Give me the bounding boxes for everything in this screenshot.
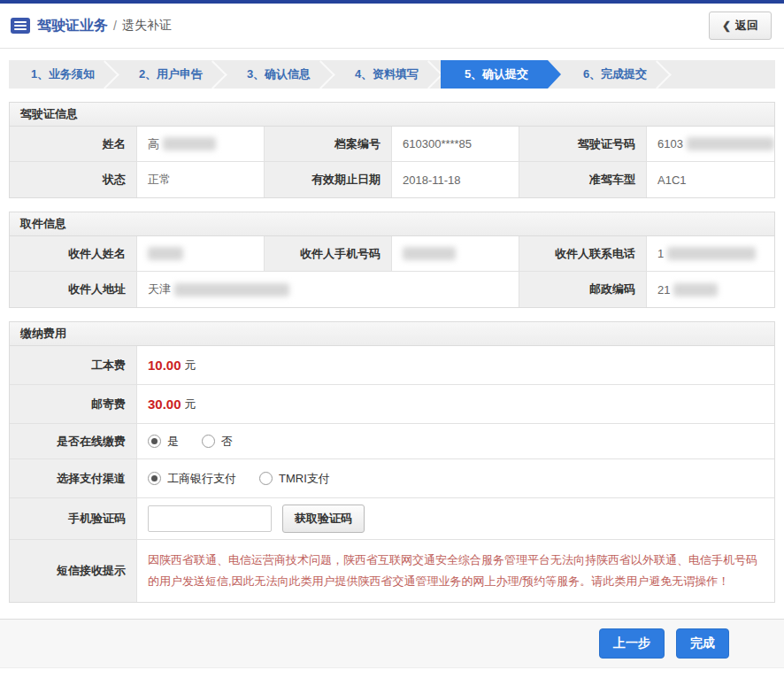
- redaction-blur: [667, 247, 756, 260]
- sms-notice-text: 因陕西省联通、电信运营商技术问题，陕西省互联网交通安全综合服务管理平台无法向持陕…: [148, 541, 774, 601]
- license-section-title: 驾驶证信息: [10, 103, 774, 127]
- postcode-value: 21: [647, 272, 774, 307]
- step-wizard: 1、业务须知 2、用户申告 3、确认信息 4、资料填写 5、确认提交 6、完成提…: [9, 60, 775, 89]
- redaction-blur: [174, 283, 289, 297]
- previous-step-button[interactable]: 上一步: [599, 628, 665, 659]
- online-pay-no-radio[interactable]: 否: [202, 434, 233, 450]
- online-pay-no-label: 否: [221, 434, 233, 450]
- recipient-name-label: 收件人姓名: [10, 236, 137, 272]
- back-chevron-icon: ❮: [722, 19, 731, 32]
- action-footer: 上一步 完成: [0, 619, 784, 668]
- step-1-business-notice[interactable]: 1、业务须知: [9, 60, 117, 89]
- expiry-value: 2018-11-18: [392, 162, 519, 197]
- pay-channel-icbc-radio[interactable]: 工商银行支付: [148, 471, 236, 487]
- address-value: 天津: [137, 272, 519, 307]
- step-4-fill-materials[interactable]: 4、资料填写: [333, 60, 441, 89]
- license-no-value: 6103: [647, 127, 774, 162]
- postage-fee-value: 30.00元: [137, 385, 774, 424]
- recipient-mobile-label: 收件人手机号码: [265, 236, 392, 272]
- radio-dot-icon: [148, 472, 161, 485]
- license-menu-icon: [11, 18, 30, 34]
- online-pay-options: 是 否: [137, 424, 774, 459]
- file-no-label: 档案编号: [265, 127, 392, 162]
- back-button-label: 返回: [735, 18, 758, 34]
- breadcrumb-separator: /: [113, 19, 117, 33]
- postage-fee-amount: 30.00: [148, 397, 181, 412]
- license-info-section: 驾驶证信息 姓名 高 档案编号 610300****85 驾驶证号码 6103 …: [9, 102, 775, 198]
- status-value: 正常: [137, 162, 265, 197]
- pay-channel-options: 工商银行支付 TMRI支付: [137, 459, 774, 498]
- recipient-name-value: [137, 236, 265, 272]
- pay-channel-label: 选择支付渠道: [10, 459, 137, 498]
- online-pay-label: 是否在线缴费: [10, 424, 137, 459]
- postcode-label: 邮政编码: [519, 272, 647, 307]
- postage-fee-unit: 元: [185, 397, 196, 412]
- vehicle-class-label: 准驾车型: [519, 162, 647, 197]
- pay-channel-icbc-label: 工商银行支付: [167, 471, 236, 487]
- fees-section: 缴纳费用 工本费 10.00元 邮寄费 30.00元 是否在线缴费 是 否: [9, 321, 775, 603]
- main-content: 1、业务须知 2、用户申告 3、确认信息 4、资料填写 5、确认提交 6、完成提…: [0, 60, 784, 603]
- vehicle-class-value: A1C1: [647, 162, 774, 197]
- page: 驾驶证业务 / 遗失补证 ❮ 返回 1、业务须知 2、用户申告 3、确认信息 4…: [0, 0, 784, 678]
- name-value: 高: [137, 127, 265, 162]
- license-no-label: 驾驶证号码: [519, 127, 647, 162]
- address-label: 收件人地址: [10, 272, 137, 307]
- sms-code-input[interactable]: [148, 505, 272, 532]
- work-fee-value: 10.00元: [137, 346, 774, 385]
- pickup-info-section: 取件信息 收件人姓名 收件人手机号码 收件人联系电话 1 收件人地址 天津 邮政…: [9, 212, 775, 308]
- radio-dot-icon: [148, 435, 161, 448]
- radio-dot-icon: [259, 472, 273, 485]
- online-pay-yes-radio[interactable]: 是: [148, 434, 179, 450]
- postage-fee-label: 邮寄费: [10, 385, 137, 424]
- redaction-blur: [673, 283, 718, 297]
- expiry-label: 有效期止日期: [265, 162, 392, 197]
- sms-code-label: 手机验证码: [10, 498, 137, 540]
- get-sms-code-button[interactable]: 获取验证码: [282, 505, 365, 533]
- step-6-complete-submit[interactable]: 6、完成提交: [561, 60, 669, 89]
- step-3-confirm-info[interactable]: 3、确认信息: [225, 60, 333, 89]
- name-label: 姓名: [10, 127, 137, 162]
- file-no-value: 610300****85: [392, 127, 519, 162]
- redaction-blur: [403, 247, 456, 260]
- pay-channel-tmri-label: TMRI支付: [279, 471, 330, 487]
- step-5-confirm-submit[interactable]: 5、确认提交: [441, 60, 561, 89]
- work-fee-amount: 10.00: [148, 358, 181, 373]
- work-fee-unit: 元: [185, 358, 196, 374]
- breadcrumb-current: 遗失补证: [122, 18, 172, 34]
- work-fee-label: 工本费: [10, 346, 137, 385]
- sms-code-field: 获取验证码: [137, 498, 774, 540]
- online-pay-yes-label: 是: [167, 434, 179, 450]
- radio-dot-icon: [202, 435, 215, 448]
- redaction-blur: [687, 137, 774, 150]
- pay-channel-tmri-radio[interactable]: TMRI支付: [259, 471, 330, 487]
- step-bar-filler: [669, 60, 775, 89]
- redaction-blur: [148, 247, 183, 260]
- back-button[interactable]: ❮ 返回: [709, 12, 772, 40]
- page-header: 驾驶证业务 / 遗失补证 ❮ 返回: [0, 4, 784, 49]
- recipient-phone-value: 1: [647, 236, 774, 272]
- fees-section-title: 缴纳费用: [10, 322, 774, 346]
- recipient-phone-label: 收件人联系电话: [519, 236, 647, 272]
- redaction-blur: [163, 137, 216, 150]
- recipient-mobile-value: [392, 236, 519, 272]
- finish-button[interactable]: 完成: [676, 628, 729, 659]
- sms-notice-cell: 因陕西省联通、电信运营商技术问题，陕西省互联网交通安全综合服务管理平台无法向持陕…: [137, 540, 774, 602]
- step-2-user-declaration[interactable]: 2、用户申告: [117, 60, 225, 89]
- page-title: 驾驶证业务: [37, 17, 108, 35]
- status-label: 状态: [10, 162, 137, 197]
- sms-notice-label: 短信接收提示: [10, 540, 137, 602]
- pickup-section-title: 取件信息: [10, 212, 774, 236]
